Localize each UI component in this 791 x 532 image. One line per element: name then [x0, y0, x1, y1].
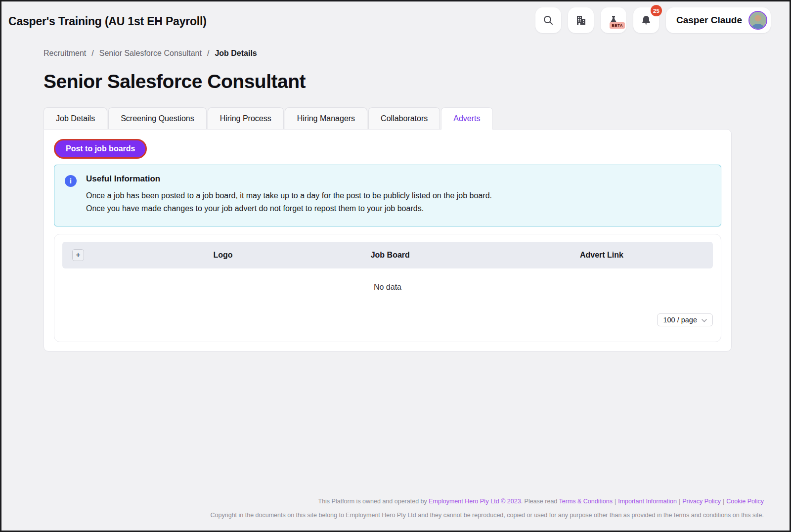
page-size-value: 100 / page [663, 316, 697, 324]
post-to-job-boards-button[interactable]: Post to job boards [54, 139, 147, 159]
chevron-down-icon [702, 316, 707, 324]
footer-separator: | [615, 498, 616, 505]
adverts-panel: Post to job boards i Useful Information … [44, 129, 732, 352]
page-title: Senior Salesforce Consultant [44, 71, 732, 92]
info-line-2: Once you have made changes to your job a… [86, 202, 711, 215]
column-header-advert-link: Advert Link [580, 251, 623, 260]
notifications-button[interactable]: 25 [633, 7, 659, 33]
footer-mid-text: . Please read [521, 498, 559, 505]
footer-separator: | [723, 498, 724, 505]
breadcrumb-separator: / [207, 49, 209, 58]
top-actions: BETA 25 Casper Claude [535, 7, 771, 33]
expand-all-button[interactable]: + [72, 249, 84, 261]
column-header-logo: Logo [214, 251, 233, 260]
breadcrumb-job[interactable]: Senior Salesforce Consultant [99, 49, 202, 58]
building-icon [575, 14, 587, 26]
notification-count-badge: 25 [651, 5, 662, 16]
tab-screening-questions[interactable]: Screening Questions [108, 107, 207, 129]
footer-line-1: This Platform is owned and operated by E… [1, 498, 764, 505]
footer-line-2: Copyright in the documents on this site … [1, 512, 764, 519]
footer-separator: | [679, 498, 680, 505]
search-button[interactable] [535, 7, 561, 33]
info-icon: i [65, 175, 77, 187]
adverts-table-header: + Logo Job Board Advert Link [62, 242, 713, 268]
info-title: Useful Information [86, 174, 711, 184]
breadcrumb: Recruitment / Senior Salesforce Consulta… [44, 49, 732, 58]
avatar [748, 11, 767, 30]
tab-collaborators[interactable]: Collaborators [368, 107, 440, 129]
search-icon [543, 15, 554, 26]
footer-owner-text: Employment Hero Pty Ltd © 2023 [429, 498, 521, 505]
tab-bar: Job Details Screening Questions Hiring P… [44, 107, 732, 129]
footer-link-terms[interactable]: Terms & Conditions [559, 498, 613, 505]
tab-adverts[interactable]: Adverts [441, 107, 492, 130]
user-menu-button[interactable]: Casper Claude [666, 7, 771, 33]
main-content: Recruitment / Senior Salesforce Consulta… [1, 49, 790, 352]
organisation-button[interactable] [568, 7, 594, 33]
footer-link-privacy-policy[interactable]: Privacy Policy [682, 498, 721, 505]
user-name: Casper Claude [676, 15, 742, 26]
footer-link-important-information[interactable]: Important Information [618, 498, 677, 505]
breadcrumb-current: Job Details [215, 49, 257, 58]
footer-link-cookie-policy[interactable]: Cookie Policy [726, 498, 764, 505]
top-bar: Casper's Training (AU 1st EH Payroll) [1, 1, 790, 33]
footer-pre-text: This Platform is owned and operated by [318, 498, 429, 505]
tab-hiring-managers[interactable]: Hiring Managers [285, 107, 367, 129]
tab-job-details[interactable]: Job Details [44, 107, 107, 129]
footer: This Platform is owned and operated by E… [1, 498, 790, 519]
info-line-1: Once a job has been posted to a job boar… [86, 189, 711, 202]
org-title: Casper's Training (AU 1st EH Payroll) [8, 15, 207, 28]
beta-features-button[interactable]: BETA [601, 7, 626, 33]
column-header-job-board: Job Board [371, 251, 410, 260]
bell-icon [640, 14, 652, 26]
page-size-select[interactable]: 100 / page [657, 313, 713, 326]
pagination: 100 / page [62, 313, 713, 326]
adverts-table-card: + Logo Job Board Advert Link No data 100… [54, 234, 721, 342]
empty-state-text: No data [62, 268, 713, 292]
breadcrumb-recruitment[interactable]: Recruitment [44, 49, 86, 58]
app-window: Casper's Training (AU 1st EH Payroll) [0, 0, 791, 532]
beta-badge: BETA [610, 22, 625, 29]
useful-information-callout: i Useful Information Once a job has been… [54, 165, 721, 226]
breadcrumb-separator: / [91, 49, 93, 58]
tab-hiring-process[interactable]: Hiring Process [208, 107, 284, 129]
